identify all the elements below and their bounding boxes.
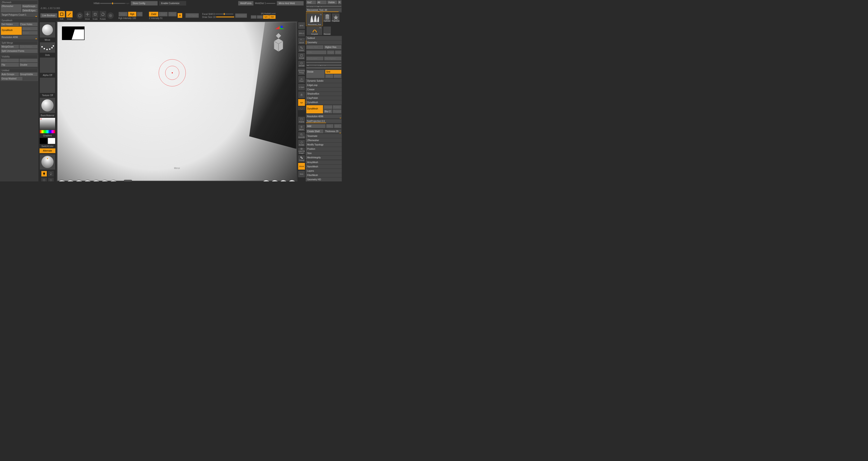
lightbox-button[interactable]: Lightbox▶Tools (306, 5, 342, 7)
zadd-button[interactable]: Zadd (149, 12, 158, 17)
actual-button[interactable]: Actual (298, 53, 305, 60)
symx-button[interactable]: >X< (251, 15, 257, 19)
inflate-slider[interactable]: Inflate x y z (94, 2, 129, 4)
edit-icon[interactable] (58, 11, 65, 18)
divide-button[interactable]: Divide (306, 70, 325, 78)
tool-thumb-cylinder[interactable]: Cylinder (323, 13, 331, 22)
geometry-header[interactable]: Geometry (306, 40, 342, 44)
scroll-button[interactable]: Scroll (298, 37, 305, 45)
grow-button[interactable]: Grow (1, 58, 19, 63)
rgbintensity-slider[interactable]: Rgb Intensity 100 (119, 17, 143, 20)
alternate-button[interactable]: Alternate (39, 148, 55, 153)
suv-button[interactable]: Suv (325, 74, 333, 78)
frame-button[interactable]: Frame (298, 116, 305, 124)
crease-header[interactable]: Crease (306, 88, 342, 91)
edgeloop-header[interactable]: EdgeLoop (306, 83, 342, 87)
splithidden-button[interactable]: Split Hidden (19, 45, 38, 49)
shrink-button[interactable]: Shrink (19, 58, 38, 63)
convertbpr-button[interactable]: Convert BPR To Geo (306, 67, 342, 69)
splitunmasked-button[interactable]: Split Unmasked Points (1, 49, 38, 53)
move-icon[interactable] (84, 11, 91, 18)
mergedown-button[interactable]: MergeDown (1, 45, 19, 49)
size-header[interactable]: Size (306, 151, 342, 155)
rotate-icon[interactable] (99, 11, 106, 18)
zoom-button[interactable]: Zoom (298, 45, 305, 52)
minimap[interactable] (62, 26, 85, 40)
geohd-header[interactable]: Geometry HD (306, 178, 342, 181)
brush-thumb[interactable] (39, 22, 55, 38)
targetpoly-slider[interactable]: Target Polygons Count 1 (1, 13, 38, 17)
material-thumb[interactable] (39, 97, 55, 113)
xyz-button[interactable]: xyz (298, 99, 305, 106)
nanomesh-header[interactable]: NanoMesh (306, 165, 342, 169)
rp-polish-button[interactable]: Polish (333, 105, 342, 109)
solo-button[interactable]: Solo (298, 170, 305, 178)
swatch-black[interactable] (39, 138, 47, 144)
mrgb-button[interactable]: Mrgb (119, 12, 128, 17)
draw-icon[interactable] (66, 11, 73, 18)
sdiv-button[interactable]: SDiv (306, 50, 327, 55)
fibermesh-header[interactable]: FiberMesh (306, 173, 342, 177)
arraymesh-header[interactable]: ArrayMesh (306, 161, 342, 164)
all-button[interactable]: All (316, 0, 327, 4)
transp-button[interactable]: Transp (298, 155, 305, 162)
smt-button[interactable]: Smt (325, 70, 342, 74)
modtopo-header[interactable]: Modify Topology (306, 143, 342, 147)
zmodeler-icon[interactable] (124, 180, 132, 182)
move3d-button[interactable]: Move (298, 124, 305, 132)
tool-thumb-simplebrush[interactable]: 51 SimpleB (306, 26, 322, 35)
material-thumb-0[interactable] (262, 180, 270, 182)
delhigher-button[interactable]: Del Higher (324, 56, 342, 61)
alpha-thumb[interactable] (39, 57, 55, 73)
groupmasked-button[interactable]: Group Masked (1, 77, 23, 81)
polyf-button[interactable]: Line FillPolyF (298, 147, 305, 154)
ghost-button[interactable]: Ghost (298, 163, 305, 170)
persp-button[interactable]: DynamicPersp (298, 68, 305, 75)
freeze-button[interactable]: Freeze SubDivision Levels (306, 61, 342, 63)
dynamesh-button[interactable]: DynaMesh (1, 26, 22, 35)
rotate3d-button[interactable]: Rotate (298, 140, 305, 147)
symy-button[interactable]: >Y< (257, 15, 263, 19)
lock-button[interactable] (298, 91, 305, 98)
welddist-slider[interactable]: WeldDist 1 (255, 2, 275, 4)
activetool-slider[interactable]: Recovered_Tool. 48 (306, 8, 342, 12)
subtool-header[interactable]: Subtool (306, 36, 342, 40)
brush-thumb-0[interactable] (58, 180, 66, 182)
storeconfig-button[interactable]: Store Config (131, 1, 158, 6)
lightbulb2-icon[interactable] (41, 178, 47, 181)
double-button[interactable]: Double (19, 63, 38, 67)
zoom3d-button[interactable]: Zoom3D (298, 132, 305, 139)
zintensity-slider[interactable]: Z Intensity 51 (149, 17, 177, 20)
claypolish-header[interactable]: ClayPolish (306, 96, 342, 100)
viewport[interactable]: Mirror StandarMoveDamStaTrimDyrInflatCla… (57, 21, 298, 181)
aahalf-button[interactable]: AAHalf (298, 60, 305, 68)
lsym-button[interactable]: L.Sym (298, 84, 305, 91)
autogroups-button[interactable]: Auto Groups (1, 72, 19, 77)
brush-thumb-4[interactable] (92, 180, 100, 182)
lightbulb3-icon[interactable] (48, 178, 54, 181)
keepgroups-button[interactable]: KeepGroups (22, 4, 38, 8)
brush-thumb-3[interactable] (84, 180, 92, 182)
and-button[interactable]: And (334, 124, 342, 128)
symm-button[interactable]: >M< (269, 15, 276, 19)
shadowbox-header[interactable]: ShadowBox (306, 92, 342, 96)
floor-button[interactable]: Floor (298, 76, 305, 83)
gizmo-icon[interactable] (76, 12, 83, 19)
add-button[interactable]: Add (306, 124, 326, 128)
dynamesh-header[interactable]: DynaMesh (306, 100, 342, 104)
zremesher-header[interactable]: ZRemesher (306, 139, 342, 142)
brush-thumb-1[interactable] (66, 180, 74, 182)
brush-thumb-6[interactable] (110, 180, 118, 182)
cage-button[interactable]: Cage (327, 50, 335, 55)
position-header[interactable]: Position (306, 147, 342, 151)
meshint-header[interactable]: MeshIntegrity (306, 155, 342, 160)
mirrorweld-button[interactable]: Mirror And Weld (277, 1, 304, 6)
lightbulb-on-icon[interactable] (41, 171, 47, 177)
material-thumb-2[interactable] (279, 180, 287, 182)
rp-dynamesh-button[interactable]: DynaMesh (306, 105, 323, 114)
flip-button[interactable]: Flip (1, 63, 19, 67)
subproj-slider[interactable]: SubProjection 0.6 (306, 119, 342, 123)
brush-thumb-2[interactable] (75, 180, 83, 182)
spix-button[interactable]: SPix 3 (298, 30, 305, 37)
groupvisible-button[interactable]: GroupVisible (19, 72, 38, 77)
